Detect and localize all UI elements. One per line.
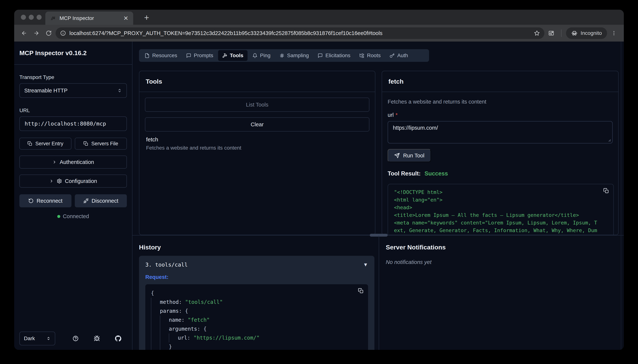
incognito-badge: Incognito <box>566 28 607 39</box>
tool-result-output: "<!DOCTYPE html><html lang="en"><head><t… <box>388 184 614 235</box>
list-tools-button[interactable]: List Tools <box>145 98 369 112</box>
servers-file-button[interactable]: Servers File <box>75 138 127 150</box>
app-title: MCP Inspector v0.16.2 <box>20 49 87 57</box>
tab-tools[interactable]: Tools <box>218 50 248 61</box>
mcp-logo-icon <box>50 16 56 21</box>
history-title: History <box>139 244 161 251</box>
tab-ping[interactable]: Ping <box>248 50 275 61</box>
resize-grip-icon[interactable] <box>607 138 611 142</box>
main-area: ResourcesPromptsToolsPingSamplingElicita… <box>132 42 624 350</box>
json-token-punc: : <box>181 316 188 324</box>
theme-select[interactable]: Dark <box>20 332 55 345</box>
json-token-punc: : <box>187 334 194 342</box>
chevrons-up-down-icon <box>46 336 51 341</box>
configuration-expander[interactable]: Configuration <box>20 174 127 188</box>
tab-elicitations[interactable]: Elicitations <box>314 50 354 61</box>
request-json: {method: "tools/call"params: {name: "fet… <box>145 284 368 350</box>
bookmark-star-icon[interactable] <box>534 30 540 36</box>
json-token-key: arguments <box>169 324 197 334</box>
json-token-key: url <box>178 334 187 342</box>
help-icon[interactable] <box>72 335 79 342</box>
tool-detail-panel: fetch Fetches a website and returns its … <box>382 71 618 235</box>
copy-result-button[interactable] <box>603 188 609 194</box>
url-param-input[interactable]: https://lipsum.com/ <box>388 121 613 144</box>
json-token-punc: : { <box>179 306 188 316</box>
disconnect-button[interactable]: Disconnect <box>75 194 127 207</box>
run-tool-button[interactable]: Run Tool <box>388 149 431 162</box>
tab-sampling[interactable]: Sampling <box>275 50 313 61</box>
rotate-ccw-icon <box>28 198 34 204</box>
transport-type-select[interactable]: Streamable HTTP <box>20 83 127 98</box>
result-line: ext, Generate, Generator, Facts, Informa… <box>394 226 607 234</box>
authentication-label: Authentication <box>60 159 94 165</box>
json-token-punc: { <box>151 289 154 298</box>
new-tab-button[interactable]: + <box>141 12 152 23</box>
json-token-key: params <box>160 306 179 316</box>
indent-guide <box>151 298 160 306</box>
unplug-icon <box>83 198 89 204</box>
theme-value: Dark <box>24 336 35 342</box>
tab-label: Auth <box>397 52 408 58</box>
address-bar[interactable]: localhost:6274/?MCP_PROXY_AUTH_TOKEN=9e7… <box>56 28 544 39</box>
clear-tools-button[interactable]: Clear <box>145 117 369 132</box>
forward-button[interactable] <box>31 28 42 38</box>
indent-guide <box>151 316 160 324</box>
result-line: <title>Lorem Ipsum – All the facts – Lip… <box>394 211 607 219</box>
collapse-triangle-icon[interactable]: ▼ <box>363 262 368 268</box>
tab-prompts[interactable]: Prompts <box>182 50 217 61</box>
tool-result-status: Success <box>424 170 448 177</box>
servers-file-label: Servers File <box>91 141 118 146</box>
reconnect-label: Reconnect <box>37 198 63 204</box>
result-line: <meta name="keywords" content="Lorem Ips… <box>394 219 607 226</box>
tool-description: Fetches a website and returns its conten… <box>388 99 613 105</box>
kebab-menu-icon <box>611 30 617 36</box>
side-panel-button[interactable] <box>546 28 557 38</box>
browser-tab[interactable]: MCP Inspector ✕ <box>45 12 133 25</box>
back-button[interactable] <box>19 28 30 38</box>
run-tool-label: Run Tool <box>403 152 424 159</box>
tab-label: Resources <box>152 52 177 58</box>
minimize-window-button[interactable] <box>29 15 34 20</box>
tab-resources[interactable]: Resources <box>140 50 181 61</box>
server-url-input[interactable] <box>20 116 127 131</box>
history-entry-header[interactable]: 3. tools/call ▼ <box>145 260 368 269</box>
toolbar-divider <box>561 30 561 37</box>
bug-report-icon[interactable] <box>94 335 100 342</box>
tab-auth[interactable]: Auth <box>385 50 412 61</box>
send-icon <box>394 153 400 158</box>
server-notifications-title: Server Notifications <box>386 244 446 251</box>
site-info-icon[interactable] <box>60 30 66 36</box>
file-icon <box>145 53 150 58</box>
transport-type-value: Streamable HTTP <box>24 88 68 94</box>
tool-detail-title: fetch <box>382 71 618 92</box>
server-entry-button[interactable]: Server Entry <box>20 138 71 150</box>
tab-close-icon[interactable]: ✕ <box>123 15 128 21</box>
back-icon <box>21 30 27 36</box>
copy-request-button[interactable] <box>358 288 364 294</box>
tab-title: MCP Inspector <box>60 15 120 21</box>
json-line: method: "tools/call" <box>151 298 362 306</box>
indent-guide <box>151 306 160 316</box>
browser-menu-button[interactable] <box>608 28 619 38</box>
indent-guide <box>160 316 169 324</box>
result-line: "<!DOCTYPE html> <box>394 188 607 196</box>
request-label: Request: <box>145 274 368 280</box>
close-window-button[interactable] <box>21 15 26 20</box>
tab-label: Prompts <box>194 52 213 58</box>
vertical-splitter[interactable] <box>379 236 379 350</box>
tool-list-item[interactable]: fetchFetches a website and returns its c… <box>145 136 369 151</box>
json-token-punc: : { <box>197 324 207 334</box>
server-entry-label: Server Entry <box>35 141 63 146</box>
reload-button[interactable] <box>43 28 54 38</box>
reconnect-button[interactable]: Reconnect <box>20 194 71 207</box>
scrollbar-track[interactable] <box>621 42 621 350</box>
tab-label: Sampling <box>287 52 309 58</box>
copy-icon <box>83 141 88 146</box>
reload-icon <box>46 30 52 36</box>
authentication-expander[interactable]: Authentication <box>20 156 127 168</box>
gear-icon <box>57 178 62 184</box>
tab-roots[interactable]: Roots <box>355 50 385 61</box>
json-line: } <box>151 342 362 350</box>
github-icon[interactable] <box>115 335 121 342</box>
maximize-window-button[interactable] <box>37 15 42 20</box>
